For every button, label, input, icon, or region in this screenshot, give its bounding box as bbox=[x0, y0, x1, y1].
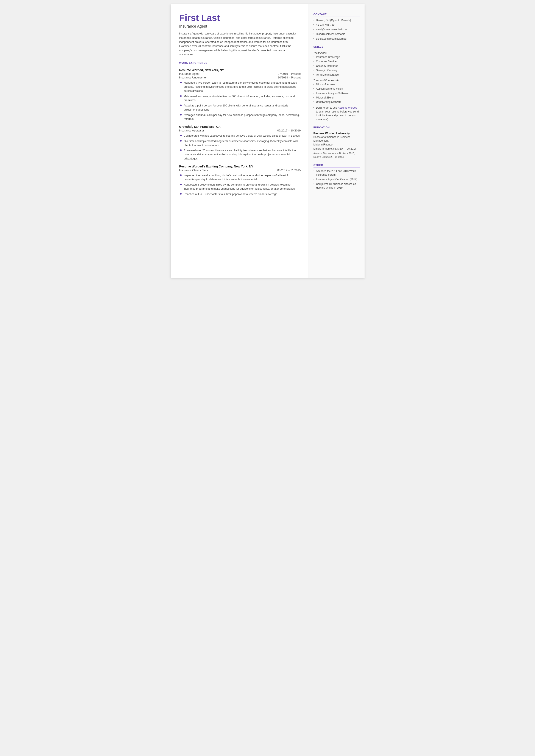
other-list: Attended the 2011 and 2013 World Insuran… bbox=[314, 169, 360, 190]
techniques-list: Insurance Brokerage Customer Service Cas… bbox=[314, 55, 360, 77]
edu-degree: Bachelor of Science in Business Manageme… bbox=[314, 135, 360, 143]
skill-item: Customer Service bbox=[314, 60, 360, 63]
bullet-dot bbox=[180, 140, 182, 142]
job-row-1a: Insurance Agent 07/2019 – Present bbox=[179, 72, 301, 75]
job-1-bullets: Managed a five-person team to restructur… bbox=[180, 81, 301, 121]
job-row-1b: Insurance Underwriter 10/2018 – Present bbox=[179, 76, 301, 79]
bullet-text: Collaborated with top executives to set … bbox=[184, 134, 300, 138]
contact-item: +1-234-456-789 bbox=[314, 23, 360, 27]
bullet-text: Acted as a point person for over 100 cli… bbox=[184, 104, 301, 112]
techniques-label: Techniques: bbox=[314, 51, 360, 55]
bullet-item: Averaged about 40 calls per day for new … bbox=[180, 113, 301, 121]
other-item: Completed 8+ business classes on Harvard… bbox=[314, 182, 360, 190]
contact-item: linkedin.com/in/username bbox=[314, 32, 360, 36]
bullet-dot bbox=[180, 135, 182, 136]
contact-item: Denver, OH (Open to Remote) bbox=[314, 18, 360, 22]
edu-awards: Awards: Top Insurance Broker - 2016, Dea… bbox=[314, 152, 360, 159]
tip-prefix: Don't forget to use bbox=[316, 106, 338, 109]
bullet-text: Averaged about 40 calls per day for new … bbox=[184, 113, 301, 121]
contact-item: github.com/resumeworded bbox=[314, 37, 360, 41]
bullet-dot bbox=[180, 95, 182, 97]
bullet-item: Examined over 20 contract insurance and … bbox=[180, 149, 301, 160]
tool-item: Microsoft Access bbox=[314, 83, 360, 86]
job-dates-1b: 10/2018 – Present bbox=[278, 76, 300, 79]
company-3: Resume Worded's Exciting Company, New Yo… bbox=[179, 165, 301, 168]
bullet-item: Collaborated with top executives to set … bbox=[180, 134, 301, 138]
left-column: First Last Insurance Agent Insurance Age… bbox=[171, 4, 309, 278]
company-2: Growthsi, San Francisco, CA bbox=[179, 125, 301, 128]
skill-item: Term Life Insurance bbox=[314, 73, 360, 77]
bullet-text: Requested 3 policyholders hired by the c… bbox=[184, 183, 301, 191]
tip-suffix: to scan your resume before you send it o… bbox=[316, 110, 359, 121]
bullet-text: Maintained accurate, up-to-date files on… bbox=[184, 95, 301, 102]
job-2-bullets: Collaborated with top executives to set … bbox=[180, 134, 301, 161]
job-title-1a: Insurance Agent bbox=[179, 72, 200, 75]
tool-item: Insurance Analysis Software bbox=[314, 92, 360, 95]
job-row-2a: Insurance Appraiser 05/2017 – 10/2019 bbox=[179, 129, 301, 132]
candidate-summary: Insurance Agent with ten years of experi… bbox=[179, 32, 301, 57]
contact-list: Denver, OH (Open to Remote) +1-234-456-7… bbox=[314, 18, 360, 41]
bullet-text: Examined over 20 contract insurance and … bbox=[184, 149, 301, 160]
bullet-dot bbox=[180, 193, 182, 195]
candidate-title: Insurance Agent bbox=[179, 24, 301, 29]
tools-list: Microsoft Access Applied Systems Vision … bbox=[314, 83, 360, 104]
skill-item: Insurance Brokerage bbox=[314, 55, 360, 59]
job-3-bullets: Inspected the overall condition, kind of… bbox=[180, 174, 301, 196]
bullet-dot bbox=[180, 114, 182, 116]
bullet-text: Reached out to 5 underwriters to submit … bbox=[184, 192, 277, 196]
education-section-title: EDUCATION bbox=[314, 126, 360, 130]
contact-item: email@resumeworded.com bbox=[314, 28, 360, 32]
skill-item: Casualty Insurance bbox=[314, 64, 360, 68]
bullet-item: Managed a five-person team to restructur… bbox=[180, 81, 301, 93]
right-column: CONTACT Denver, OH (Open to Remote) +1-2… bbox=[309, 4, 365, 278]
other-section-title: OTHER bbox=[314, 164, 360, 168]
candidate-name: First Last bbox=[179, 13, 301, 23]
skill-item: Strategic Planning bbox=[314, 69, 360, 72]
edu-minor: Minors in Marketing, MBA — 05/2017 bbox=[314, 147, 360, 151]
bullet-dot bbox=[180, 183, 182, 185]
tool-item: Applied Systems Vision bbox=[314, 87, 360, 91]
job-dates-3a: 08/2012 – 01/2015 bbox=[277, 169, 300, 172]
bullet-item: Reached out to 5 underwriters to submit … bbox=[180, 192, 301, 196]
other-item: Attended the 2011 and 2013 World Insuran… bbox=[314, 169, 360, 177]
bullet-text: Managed a five-person team to restructur… bbox=[184, 81, 301, 93]
bullet-item: Acted as a point person for over 100 cli… bbox=[180, 104, 301, 112]
tools-label: Tools and Frameworks: bbox=[314, 79, 360, 82]
tool-item: Microsoft Excel bbox=[314, 96, 360, 99]
job-title-3a: Insurance Claims Clerk bbox=[179, 169, 208, 172]
job-row-3a: Insurance Claims Clerk 08/2012 – 01/2015 bbox=[179, 169, 301, 172]
company-1: Resume Worded, New York, NY bbox=[179, 68, 301, 72]
job-title-2a: Insurance Appraiser bbox=[179, 129, 204, 132]
contact-section-title: CONTACT bbox=[314, 13, 360, 17]
edu-major: Major in Finance bbox=[314, 143, 360, 147]
job-dates-2a: 05/2017 – 10/2019 bbox=[277, 129, 300, 132]
bullet-dot bbox=[180, 174, 182, 176]
bullet-item: Maintained accurate, up-to-date files on… bbox=[180, 95, 301, 102]
bullet-dot bbox=[180, 104, 182, 106]
bullet-dot bbox=[180, 149, 182, 151]
job-title-1b: Insurance Underwriter bbox=[179, 76, 207, 79]
resume-page: First Last Insurance Agent Insurance Age… bbox=[171, 4, 365, 278]
tool-item: Underwriting Software bbox=[314, 100, 360, 104]
bullet-text: Inspected the overall condition, kind of… bbox=[184, 174, 301, 182]
skills-section-title: SKILLS bbox=[314, 45, 360, 49]
bullet-item: Inspected the overall condition, kind of… bbox=[180, 174, 301, 182]
job-dates-1a: 07/2019 – Present bbox=[278, 72, 300, 75]
bullet-dot bbox=[180, 82, 182, 83]
bullet-text: Oversaw and implemented long-term custom… bbox=[184, 139, 301, 147]
bullet-item: Requested 3 policyholders hired by the c… bbox=[180, 183, 301, 191]
resume-worded-tip: Don't forget to use Resume Worded to sca… bbox=[314, 106, 360, 121]
work-experience-section-title: WORK EXPERIENCE bbox=[179, 61, 301, 65]
bullet-item: Oversaw and implemented long-term custom… bbox=[180, 139, 301, 147]
other-item: Insurance Agent Certification (2017) bbox=[314, 178, 360, 181]
edu-school: Resume Worded University bbox=[314, 132, 360, 135]
resume-worded-link[interactable]: Resume Worded bbox=[338, 106, 357, 109]
